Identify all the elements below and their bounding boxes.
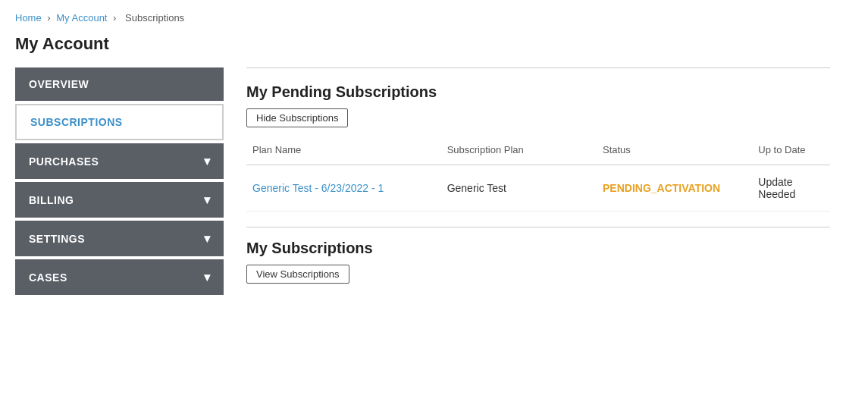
hide-subscriptions-button[interactable]: Hide Subscriptions xyxy=(246,108,348,127)
col-header-subscription-plan: Subscription Plan xyxy=(441,140,597,160)
cell-subscription-plan: Generic Test xyxy=(441,182,597,194)
chevron-down-icon: ▾ xyxy=(204,193,211,207)
sidebar-item-label-billing: BILLING xyxy=(29,194,74,206)
table-row: Generic Test - 6/23/2022 - 1 Generic Tes… xyxy=(246,165,830,212)
chevron-down-icon: ▾ xyxy=(204,270,211,284)
page-title: My Account xyxy=(15,34,853,54)
view-subscriptions-button[interactable]: View Subscriptions xyxy=(246,265,349,284)
sidebar-item-overview[interactable]: OVERVIEW xyxy=(15,67,224,101)
top-divider xyxy=(246,67,830,68)
chevron-down-icon: ▾ xyxy=(204,231,211,246)
col-header-status: Status xyxy=(597,140,752,160)
sidebar-item-label-cases: CASES xyxy=(29,271,67,284)
pending-subscriptions-title: My Pending Subscriptions xyxy=(246,83,830,101)
main-content: My Pending Subscriptions Hide Subscripti… xyxy=(224,67,853,298)
col-header-up-to-date: Up to Date xyxy=(752,140,830,160)
col-header-plan-name: Plan Name xyxy=(246,140,441,160)
sidebar-item-purchases[interactable]: PURCHASES ▾ xyxy=(15,143,224,179)
sidebar-item-label-purchases: PURCHASES xyxy=(29,155,99,168)
page-wrapper: Home › My Account › Subscriptions My Acc… xyxy=(0,0,868,310)
breadcrumb: Home › My Account › Subscriptions xyxy=(15,12,853,24)
pending-subscriptions-section: My Pending Subscriptions Hide Subscripti… xyxy=(246,83,830,212)
breadcrumb-home[interactable]: Home xyxy=(15,12,42,24)
sidebar-item-billing[interactable]: BILLING ▾ xyxy=(15,182,224,218)
table-header: Plan Name Subscription Plan Status Up to… xyxy=(246,140,830,165)
breadcrumb-my-account[interactable]: My Account xyxy=(56,12,107,24)
sidebar-item-settings[interactable]: SETTINGS ▾ xyxy=(15,221,224,256)
section-divider xyxy=(246,227,830,227)
sidebar-item-label-settings: SETTINGS xyxy=(29,233,85,245)
my-subscriptions-title: My Subscriptions xyxy=(246,240,830,257)
sidebar-item-cases[interactable]: CASES ▾ xyxy=(15,259,224,295)
sidebar-item-label-overview: OVERVIEW xyxy=(29,78,89,90)
sidebar: OVERVIEW SUBSCRIPTIONS PURCHASES ▾ BILLI… xyxy=(15,67,224,298)
breadcrumb-current: Subscriptions xyxy=(125,12,184,24)
cell-up-to-date: Update Needed xyxy=(752,176,830,200)
chevron-down-icon: ▾ xyxy=(204,154,211,168)
cell-status: PENDING_ACTIVATION xyxy=(597,182,752,194)
cell-plan-name: Generic Test - 6/23/2022 - 1 xyxy=(246,182,441,194)
my-subscriptions-section: My Subscriptions View Subscriptions xyxy=(246,240,830,296)
pending-subscriptions-table: Plan Name Subscription Plan Status Up to… xyxy=(246,140,830,212)
plan-name-link[interactable]: Generic Test - 6/23/2022 - 1 xyxy=(252,182,384,194)
main-layout: OVERVIEW SUBSCRIPTIONS PURCHASES ▾ BILLI… xyxy=(15,67,853,298)
sidebar-item-subscriptions[interactable]: SUBSCRIPTIONS xyxy=(15,104,224,140)
sidebar-item-label-subscriptions: SUBSCRIPTIONS xyxy=(30,116,123,128)
